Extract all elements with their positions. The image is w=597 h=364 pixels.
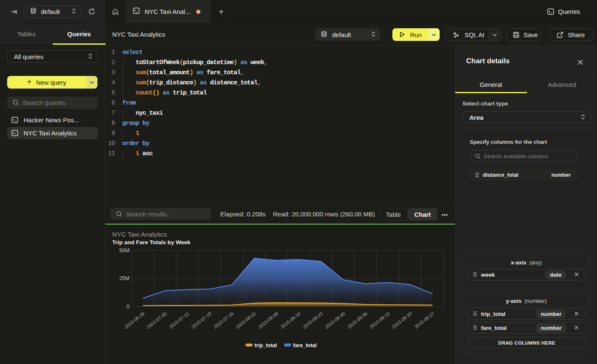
svg-text:2015-08-23: 2015-08-23: [302, 311, 324, 329]
svg-text:2015-09-06: 2015-09-06: [346, 311, 368, 329]
svg-text:2015-09-20: 2015-09-20: [391, 311, 413, 329]
svg-text:2015-09-27: 2015-09-27: [413, 311, 435, 329]
svg-text:2015-07-05: 2015-07-05: [146, 311, 168, 329]
svg-text:2015-07-12: 2015-07-12: [168, 311, 190, 329]
svg-text:0: 0: [127, 304, 130, 310]
svg-text:2015-09-13: 2015-09-13: [369, 311, 391, 329]
svg-text:2015-07-26: 2015-07-26: [213, 311, 235, 329]
svg-text:2015-08-30: 2015-08-30: [324, 311, 346, 329]
svg-text:50M: 50M: [119, 248, 130, 253]
svg-text:2015-07-19: 2015-07-19: [190, 311, 212, 329]
svg-text:25M: 25M: [119, 275, 130, 281]
svg-text:2015-08-16: 2015-08-16: [280, 311, 302, 329]
svg-text:Trip and Fare Totals by Week: Trip and Fare Totals by Week: [112, 239, 191, 245]
svg-text:trip_total: trip_total: [254, 342, 277, 348]
svg-text:fare_total: fare_total: [293, 342, 317, 348]
svg-text:2015-06-28: 2015-06-28: [124, 311, 146, 329]
svg-text:NYC Taxi Analytics: NYC Taxi Analytics: [112, 231, 167, 238]
svg-text:2015-08-09: 2015-08-09: [257, 311, 279, 329]
svg-text:2015-08-02: 2015-08-02: [235, 311, 257, 329]
